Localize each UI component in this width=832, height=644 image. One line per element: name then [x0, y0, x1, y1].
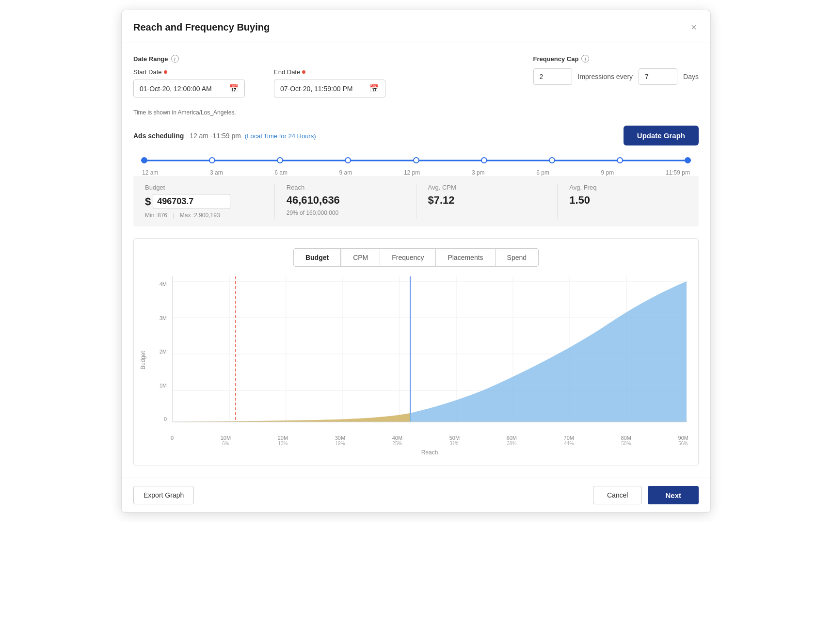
frequency-impressions-input[interactable]	[533, 68, 572, 85]
days-label: Days	[683, 73, 699, 80]
modal-header: Reach and Frequency Buying ×	[122, 10, 710, 43]
budget-input[interactable]	[153, 194, 230, 209]
avg-freq-value: 1.50	[569, 194, 687, 207]
reach-label: Reach	[287, 184, 404, 191]
avg-cpm-value: $7.12	[428, 194, 546, 207]
tab-spend[interactable]: Spend	[495, 249, 538, 266]
footer-right: Cancel Next	[593, 486, 699, 504]
y-label-0: 0	[160, 416, 167, 422]
frequency-cap-section: Frequency Cap i Impressions every Days	[533, 55, 699, 116]
slider-dot-8[interactable]	[685, 157, 691, 163]
timezone-note: Time is shown in America/Los_Angeles.	[133, 109, 385, 116]
x-label-70m: 70M 44%	[564, 435, 574, 446]
update-graph-button[interactable]: Update Graph	[624, 126, 699, 145]
x-label-90m: 90M 56%	[678, 435, 688, 446]
tab-frequency[interactable]: Frequency	[380, 249, 435, 266]
cancel-button[interactable]: Cancel	[593, 486, 642, 504]
slider-label-8: 11:59 pm	[666, 169, 690, 176]
next-button[interactable]: Next	[648, 486, 699, 504]
budget-label: Budget	[145, 184, 263, 191]
y-axis-label: Budget	[140, 351, 146, 370]
x-labels-row: 0 10M 6% 20M 13% 30M 19%	[171, 435, 688, 446]
y-labels: 4M 3M 2M 1M 0	[160, 276, 167, 422]
slider-label-0: 12 am	[142, 169, 158, 176]
end-date-group: End Date 07-Oct-20, 11:59:00 PM 📅	[274, 68, 385, 97]
y-label-3m: 3M	[160, 315, 167, 321]
budget-value: $	[145, 194, 263, 209]
end-date-input[interactable]: 07-Oct-20, 11:59:00 PM 📅	[274, 80, 385, 97]
x-label-50m: 50M 31%	[449, 435, 460, 446]
modal-container: Reach and Frequency Buying × Date Range …	[121, 10, 711, 513]
avg-cpm-stat: Avg. CPM $7.12	[416, 184, 546, 219]
slider-label-7: 9 pm	[601, 169, 614, 176]
slider-labels: 12 am 3 am 6 am 9 am 12 pm 3 pm 6 pm 9 p…	[142, 169, 690, 176]
slider-dot-2[interactable]	[277, 157, 283, 163]
slider-label-3: 9 am	[339, 169, 352, 176]
modal-body: Date Range i Start Date 01-Oct-20, 12:00…	[122, 43, 710, 478]
scheduling-row: Ads scheduling 12 am -11:59 pm (Local Ti…	[133, 126, 699, 145]
x-label-10m: 10M 6%	[221, 435, 231, 446]
x-label-30m: 30M 19%	[335, 435, 345, 446]
date-range-label: Date Range i	[133, 55, 385, 63]
slider-label-1: 3 am	[210, 169, 223, 176]
avg-freq-stat: Avg. Freq 1.50	[557, 184, 687, 219]
frequency-days-input[interactable]	[639, 68, 677, 85]
slider-wrapper	[141, 153, 691, 167]
chart-wrapper: Budget 4M 3M 2M 1M 0	[144, 276, 688, 456]
x-axis-label: Reach	[171, 449, 688, 456]
y-label-2m: 2M	[160, 349, 167, 354]
date-range-section: Date Range i Start Date 01-Oct-20, 12:00…	[133, 55, 385, 116]
slider-label-2: 6 am	[274, 169, 288, 176]
y-label-1m: 1M	[160, 383, 167, 388]
chart-section: Budget CPM Frequency Placements Spend Bu…	[133, 238, 699, 466]
slider-dot-0[interactable]	[141, 157, 147, 163]
export-graph-button[interactable]: Export Graph	[133, 486, 194, 504]
slider-dot-1[interactable]	[209, 157, 215, 163]
scheduling-time: 12 am -11:59 pm	[190, 132, 241, 140]
tab-group: Budget CPM Frequency Placements Spend	[293, 248, 539, 267]
chart-canvas: 0 10M 6% 20M 13% 30M 19%	[171, 276, 688, 456]
x-label-60m: 60M 38%	[507, 435, 517, 446]
dots-row	[141, 153, 691, 167]
end-calendar-icon[interactable]: 📅	[369, 84, 379, 93]
impressions-label: Impressions every	[578, 73, 633, 80]
slider-dot-3[interactable]	[345, 157, 351, 163]
tab-placements[interactable]: Placements	[435, 249, 495, 266]
scheduling-note: (Local Time for 24 Hours)	[245, 132, 316, 140]
tab-cpm[interactable]: CPM	[341, 249, 380, 266]
frequency-cap-label: Frequency Cap i	[533, 55, 699, 63]
tab-budget[interactable]: Budget	[294, 249, 341, 266]
chart-gold-area	[173, 413, 410, 422]
time-slider: 12 am 3 am 6 am 9 am 12 pm 3 pm 6 pm 9 p…	[133, 153, 699, 176]
y-axis: Budget 4M 3M 2M 1M 0	[144, 276, 167, 456]
chart-blue-area	[410, 281, 687, 422]
slider-dot-7[interactable]	[617, 157, 623, 163]
slider-dot-5[interactable]	[481, 157, 487, 163]
modal-footer: Export Graph Cancel Next	[122, 478, 710, 512]
slider-dot-6[interactable]	[549, 157, 555, 163]
frequency-cap-info-icon[interactable]: i	[581, 55, 589, 63]
avg-cpm-label: Avg. CPM	[428, 184, 546, 191]
avg-freq-label: Avg. Freq	[569, 184, 687, 191]
reach-value: 46,610,636	[287, 194, 404, 207]
budget-stat: Budget $ Min :876 | Max :2,900,193	[145, 184, 263, 219]
date-range-info-icon[interactable]: i	[171, 55, 179, 63]
start-date-input[interactable]: 01-Oct-20, 12:00:00 AM 📅	[133, 80, 245, 97]
end-required-dot	[302, 70, 305, 74]
chart-svg	[171, 276, 688, 432]
x-label-80m: 80M 50%	[621, 435, 631, 446]
close-button[interactable]: ×	[689, 20, 699, 35]
slider-dot-4[interactable]	[413, 157, 419, 163]
scheduling-label: Ads scheduling	[133, 132, 184, 140]
reach-sub: 29% of 160,000,000	[287, 209, 404, 216]
start-calendar-icon[interactable]: 📅	[229, 84, 239, 93]
date-row: Start Date 01-Oct-20, 12:00:00 AM 📅 End …	[133, 68, 385, 97]
frequency-row: Impressions every Days	[533, 68, 699, 85]
modal-title: Reach and Frequency Buying	[133, 22, 270, 33]
slider-label-4: 12 pm	[404, 169, 420, 176]
start-required-dot	[164, 70, 167, 74]
budget-currency: $	[145, 195, 151, 208]
x-label-20m: 20M 13%	[278, 435, 288, 446]
budget-sub: Min :876 | Max :2,900,193	[145, 212, 263, 219]
scheduling-info: Ads scheduling 12 am -11:59 pm (Local Ti…	[133, 132, 316, 140]
